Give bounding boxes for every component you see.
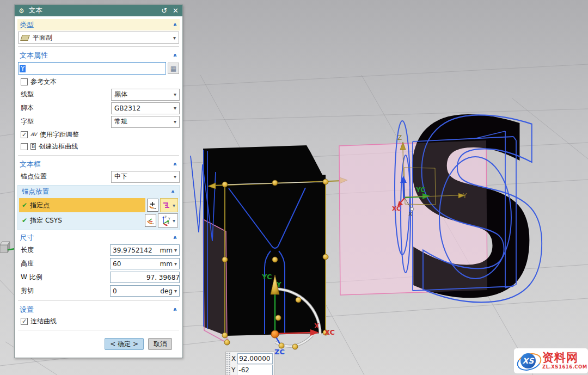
length-value: 39.9752142: [113, 247, 160, 254]
csys-triad-icon: Z Y X: [160, 215, 171, 226]
label-x: X: [314, 322, 320, 330]
chevron-down-icon: ▾: [174, 174, 176, 180]
section-settings-title: 设置: [20, 305, 173, 315]
zc-axis-arrow[interactable]: [403, 181, 404, 199]
anchor-placement-header[interactable]: 锚点放置 ∧: [19, 187, 178, 197]
text-dialog: ⚙ 文本 ↺ ✕ 类型 ∧ 平面副 ▾ 文本属性 ∧: [14, 4, 183, 358]
dialog-titlebar[interactable]: ⚙ 文本 ↺ ✕: [15, 5, 182, 16]
font-value: 黑体: [114, 90, 174, 99]
chevron-up-icon[interactable]: ∧: [173, 52, 177, 58]
label-xc: XC: [324, 328, 335, 336]
chevron-down-icon: ▾: [173, 35, 176, 41]
point-dialog-button[interactable]: [147, 199, 158, 212]
join-curves-checkbox[interactable]: ✓: [21, 318, 28, 325]
section-type-header[interactable]: 类型 ∧: [17, 19, 180, 30]
anchor-placement-panel: 锚点放置 ∧ ✔ 指定点: [17, 185, 180, 230]
script-dropdown[interactable]: GB2312 ▾: [111, 102, 180, 114]
ok-button[interactable]: < 确定 >: [105, 338, 144, 350]
label-s-yc: YC: [415, 186, 425, 194]
length-input[interactable]: 39.9752142 mm ▾: [110, 244, 180, 256]
point-constructor-icon: [149, 201, 157, 210]
dialog-title: 文本: [29, 6, 156, 15]
origin-ball[interactable]: [271, 330, 279, 338]
watermark-url: ZL.XS1616.COM: [542, 365, 587, 370]
height-value: 60: [113, 260, 160, 268]
section-size-header[interactable]: 尺寸 ∧: [17, 232, 180, 243]
height-label: 高度: [17, 259, 110, 268]
watermark-logo-text: XS: [520, 353, 536, 368]
chevron-down-icon[interactable]: ▾: [174, 288, 177, 294]
join-curves-label: 连结曲线: [30, 317, 57, 326]
reset-icon[interactable]: ↺: [161, 7, 167, 14]
label-z: Z: [397, 134, 402, 142]
point-method-split-button[interactable]: ▾: [160, 198, 178, 212]
label-yc: YC: [261, 273, 272, 281]
section-type-title: 类型: [20, 20, 173, 30]
section-textprops-header[interactable]: 文本属性 ∧: [17, 50, 180, 61]
coord-x-input[interactable]: 92.00000: [237, 353, 273, 364]
y-text-frame-plane: [203, 219, 227, 343]
section-settings-header[interactable]: 设置 ∧: [17, 304, 180, 315]
close-icon[interactable]: ✕: [173, 7, 179, 14]
specify-csys-label: 指定 CSYS: [30, 216, 62, 225]
script-label: 脚本: [17, 103, 111, 113]
coord-y-input[interactable]: -62: [237, 365, 273, 375]
chevron-down-icon[interactable]: ▾: [173, 202, 175, 208]
label-y: Y: [276, 281, 281, 288]
section-frame-header[interactable]: 文本框 ∧: [17, 158, 180, 170]
reference-text-label: 参考文本: [30, 77, 57, 87]
style-label: 字型: [17, 117, 111, 126]
svg-text:X: X: [167, 221, 169, 225]
chevron-up-icon[interactable]: ∧: [173, 22, 177, 27]
kerning-checkbox[interactable]: ✓: [21, 131, 28, 138]
csys-dialog-button[interactable]: [145, 214, 156, 227]
anchor-location-label: 锚点位置: [17, 172, 111, 181]
cancel-button[interactable]: 取消: [148, 338, 172, 350]
chevron-up-icon[interactable]: ∧: [173, 161, 177, 167]
anchor-placement-title: 锚点放置: [22, 187, 170, 196]
reference-text-checkbox[interactable]: [21, 78, 28, 85]
height-input[interactable]: 60 mm ▾: [110, 258, 180, 269]
svg-text:Y: Y: [168, 217, 170, 220]
type-dropdown[interactable]: 平面副 ▾: [18, 32, 179, 44]
border-curves-icon: B: [30, 143, 36, 150]
letter-s-assembly[interactable]: S S: [339, 69, 557, 357]
specify-csys-row[interactable]: ✔ 指定 CSYS: [19, 213, 178, 228]
application-window: S S: [0, 0, 588, 375]
font-dropdown[interactable]: 黑体 ▾: [111, 89, 180, 101]
watermark-logo-icon: XS: [516, 351, 541, 371]
anchor-location-dropdown[interactable]: 中下 ▾: [111, 171, 180, 183]
length-unit: mm: [160, 247, 173, 254]
csys-method-split-button[interactable]: Z Y X ▾: [158, 213, 178, 228]
shear-input[interactable]: 0 deg ▾: [110, 285, 180, 297]
drag-handle[interactable]: [226, 352, 230, 375]
style-dropdown[interactable]: 常规 ▾: [111, 116, 180, 128]
anchor-location-value: 中下: [114, 172, 174, 181]
font-label: 线型: [17, 90, 111, 99]
onscreen-coordinate-box[interactable]: X 92.00000 Y -62: [225, 352, 274, 375]
shear-unit: deg: [160, 287, 173, 295]
kerning-icon: AV: [30, 132, 37, 137]
chevron-up-icon[interactable]: ∧: [170, 189, 175, 194]
letter-y-solid[interactable]: [191, 145, 347, 345]
watermark: XS 资料网 ZL.XS1616.COM: [514, 348, 588, 373]
chevron-up-icon[interactable]: ∧: [173, 235, 177, 240]
csys-constructor-icon: [146, 217, 155, 225]
section-textprops-title: 文本属性: [20, 51, 173, 60]
border-curves-checkbox[interactable]: [21, 143, 28, 150]
check-icon: ✔: [22, 217, 27, 224]
chevron-down-icon[interactable]: ▾: [174, 247, 177, 253]
text-content-input[interactable]: Y: [18, 62, 166, 75]
specify-point-row[interactable]: ✔ 指定点: [19, 198, 178, 212]
wscale-input[interactable]: 97. 39687: [110, 272, 180, 283]
chevron-up-icon[interactable]: ∧: [173, 306, 177, 312]
label-s-y: Y: [462, 192, 467, 200]
chevron-down-icon[interactable]: ▾: [174, 261, 177, 267]
height-unit: mm: [160, 260, 173, 268]
chevron-down-icon[interactable]: ▾: [173, 218, 175, 224]
divider: [18, 155, 179, 156]
kerning-label: 使用字距调整: [40, 130, 79, 139]
divider: [18, 46, 179, 47]
text-symbols-button[interactable]: ▦: [168, 63, 179, 74]
check-icon: ✔: [22, 201, 27, 209]
